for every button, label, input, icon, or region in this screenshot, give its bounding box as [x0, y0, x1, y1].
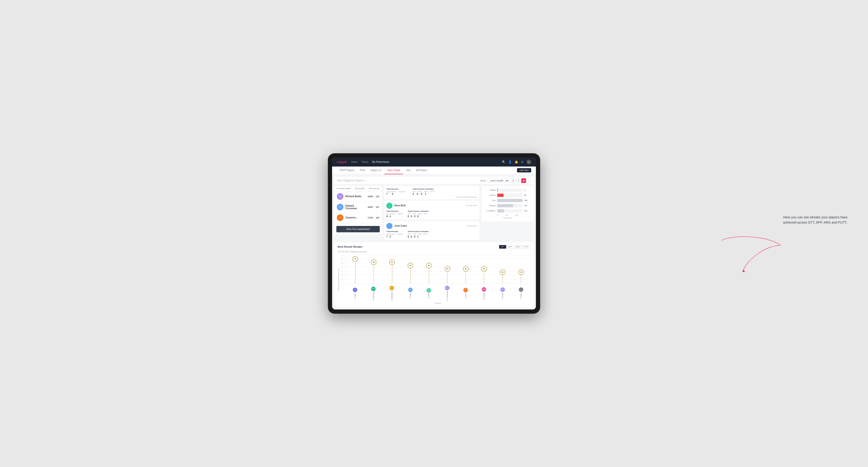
main-content: Team Clippd | 14 Players ✏ Show Last 3 m… [332, 175, 536, 309]
streak-chart-wrapper: Best Streak, Fairway Accuracy 7 6 5 4 3 … [338, 255, 530, 304]
player-avatar-2: CA 3 [337, 214, 343, 221]
streak-line-butler [502, 276, 503, 283]
streak-chart-area: 7 6 5 4 3 2 1 7x [341, 255, 530, 304]
grid-view-btn[interactable]: ⊞ [511, 178, 516, 183]
sub-nav-all-players[interactable]: All Players [413, 166, 430, 174]
streak-player-name-8: R. Butler [502, 293, 503, 299]
streak-player-avatar-9: CQ [519, 287, 524, 292]
logo: clippd [337, 160, 346, 164]
streak-player-col-5: EC E. Crossman [445, 285, 450, 301]
player-row-2: CA 3 Cameron... 17/20 103 [335, 213, 382, 223]
streak-player-avatar-1: BM [371, 286, 376, 291]
streak-player-col-1: BM B. McHerg [371, 286, 376, 300]
team-title: Team Clippd | 14 Players [337, 179, 363, 182]
sub-nav: PGAT Players PGA Hcaps 1-5 Team Clippd T… [332, 166, 536, 175]
svg-marker-0 [742, 270, 745, 272]
period-select[interactable]: Last 3 months [488, 179, 509, 183]
streak-bubble-billingham: 6x [389, 259, 395, 265]
chart-panel: Eagles 3 Birdies 96 [482, 186, 533, 221]
streak-player-col-3: JC J. Coles [408, 287, 413, 299]
user-avatar[interactable]: U [526, 160, 531, 164]
annotation-arrow-svg [741, 234, 783, 281]
bar-fill-dbogeys [497, 209, 504, 213]
streak-player-avatar-3: JC [408, 287, 413, 292]
streak-player-col-9: CQ C. Quick [519, 287, 524, 299]
streak-bar-quick: 3x [518, 269, 524, 283]
pc-avatar-josh [386, 223, 393, 229]
streak-grid: 7 6 5 4 3 2 1 7x [346, 255, 530, 283]
streak-filter-app[interactable]: APP [507, 245, 514, 249]
nav-link-home[interactable]: Home [351, 160, 358, 164]
streak-player-avatar-0: EE [352, 287, 358, 292]
nav-link-my-performance[interactable]: My Performance [372, 160, 389, 164]
player-row-0: RB 1 Richard Butler 19/20 110 [335, 191, 382, 202]
streak-line-ebert [355, 262, 355, 283]
streak-player-col-6: DF D. Ford [463, 287, 468, 299]
show-label: Show [480, 180, 486, 182]
sub-nav-pgat[interactable]: PGAT Players [337, 166, 357, 174]
add-team-button[interactable]: Add Team [517, 168, 531, 173]
view-leaderboard-button[interactable]: View Full Leaderboard [336, 226, 380, 232]
chart-x-title: Total Shots [484, 217, 531, 219]
bar-fill-birdies [497, 194, 503, 197]
streaks-section: Best Round Streaks OTT APP ARG PUTT Off … [335, 242, 533, 307]
streak-player-col-2: DB D. Billingham [389, 285, 394, 301]
player-avatar-1: EC 2 [337, 204, 343, 210]
pc-date-josh: 26 Aug 2023 [466, 225, 477, 227]
filter-btn[interactable]: ↕ [526, 178, 531, 183]
card-view-btn[interactable]: ▦ [521, 178, 526, 183]
annotation-text: Here you can see streaks your players ha… [783, 215, 854, 225]
player-info-1: Edward Crossman [345, 205, 366, 210]
sub-nav-pga[interactable]: PGA [357, 166, 368, 174]
search-icon[interactable]: 🔍 [502, 160, 505, 164]
chart-bar-eagles: Eagles 3 [484, 188, 531, 192]
team-controls: Show Last 3 months ⊞ ☰ ▦ ↕ [480, 178, 531, 183]
streak-filter-buttons: OTT APP ARG PUTT [499, 245, 530, 249]
streak-bar-ford: 4x [463, 266, 469, 283]
pc-stats-josh: Total Rounds Tournament Practice 7 2 [386, 230, 477, 238]
user-icon[interactable]: 👤 [508, 160, 512, 164]
player-scores-0: 19/20 110 [368, 195, 379, 198]
streak-bubble-butler: 3x [500, 269, 505, 275]
leaderboard-btn-wrapper: View Full Leaderboard [335, 223, 382, 234]
streak-bubble-mcherg: 6x [371, 259, 376, 265]
bell-icon[interactable]: 🔔 [515, 160, 518, 164]
streak-player-col-8: RB R. Butler [500, 287, 505, 299]
settings-icon[interactable]: ⚙ [521, 160, 524, 164]
streak-filter-arg[interactable]: ARG [514, 245, 522, 249]
streak-bar-maher: 4x [482, 266, 487, 283]
edit-icon[interactable]: ✏ [365, 180, 366, 182]
left-panel: PLAYER NAME PB SCORE PB AVG SQ RB 1 Ric [335, 186, 382, 240]
top-section: PLAYER NAME PB SCORE PB AVG SQ RB 1 Ric [335, 186, 533, 240]
view-icons: ⊞ ☰ ▦ ↕ [511, 178, 531, 183]
sub-nav-hcaps[interactable]: Hcaps 1-5 [368, 166, 384, 174]
streak-bubble-coles: 5x [408, 263, 413, 269]
table-header: PLAYER NAME PB SCORE PB AVG SQ [335, 186, 382, 191]
streak-bar-crossman: 4x [445, 266, 450, 283]
list-view-btn[interactable]: ☰ [516, 178, 521, 183]
streaks-title: Best Round Streaks [338, 245, 363, 248]
streak-player-col-0: EE E. Ebert [352, 287, 358, 299]
streak-filter-putt[interactable]: PUTT [522, 245, 530, 249]
streak-bubble-ford: 4x [463, 266, 469, 272]
player-info-0: Richard Butler [345, 195, 366, 198]
sub-nav-team-clippd[interactable]: Team Clippd [384, 166, 403, 174]
sub-nav-tour[interactable]: Tour [403, 166, 413, 174]
nav-link-teams[interactable]: Teams [361, 160, 368, 164]
streak-bar-coles: 5x [408, 263, 413, 283]
streak-player-avatar-8: RB [500, 287, 505, 292]
streak-player-col-4: RB R. Britt [426, 288, 431, 299]
th-pb-avg-sq: PB AVG SQ [369, 187, 379, 190]
team-header: Team Clippd | 14 Players ✏ Show Last 3 m… [335, 177, 533, 185]
bar-fill-pars [497, 199, 523, 202]
player-name-1: Edward Crossman [345, 205, 366, 210]
sub-nav-links: PGAT Players PGA Hcaps 1-5 Team Clippd T… [337, 166, 517, 174]
left-panel-inner: PLAYER NAME PB SCORE PB AVG SQ RB 1 Ric [335, 186, 382, 234]
pc-name-rees: Rees Britt [394, 204, 405, 207]
streak-bar-ebert: 7x [352, 256, 358, 283]
streak-bar-butler: 3x [500, 269, 505, 283]
streak-filter-ott[interactable]: OTT [499, 245, 506, 249]
streak-line-coles [410, 269, 411, 283]
streak-bubble-britt: 5x [426, 263, 432, 269]
player-card-summary: Total Rounds Tournament Practice 76 [384, 186, 479, 199]
